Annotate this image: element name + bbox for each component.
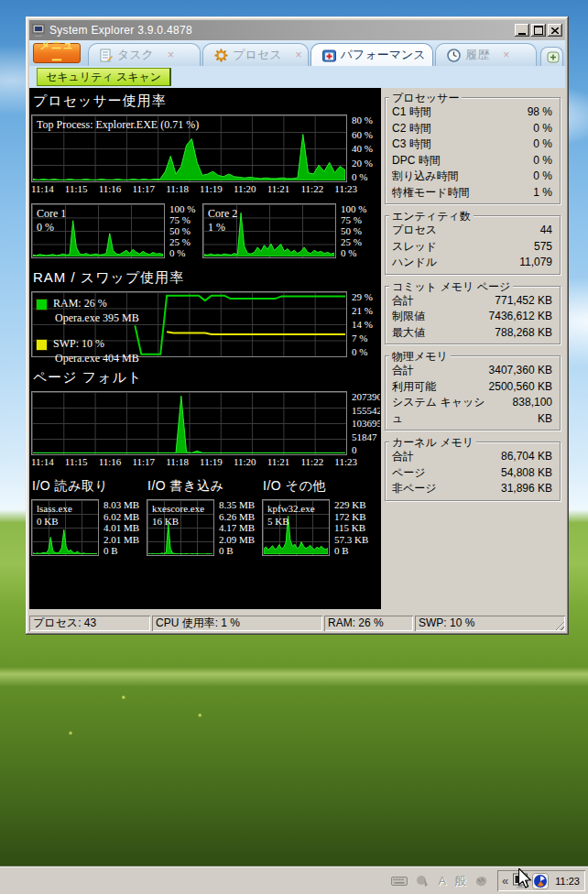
- tab-close-icon[interactable]: ×: [296, 49, 302, 60]
- stat-value: 54,808 KB: [501, 465, 552, 482]
- y-tick-label: 229 KB: [334, 499, 377, 510]
- system-explorer-window: System Explorer 3.9.0.4878 メニュー タスク × プロ…: [26, 16, 569, 635]
- stat-value: 1 %: [533, 185, 552, 202]
- minimize-button[interactable]: [515, 24, 529, 37]
- x-tick-label: 11:18: [166, 183, 189, 194]
- group-physical-memory: 物理メモリ 合計3407,360 KB利用可能2500,560 KBシステム キ…: [385, 355, 561, 431]
- ime-tool-icon[interactable]: [474, 875, 488, 888]
- y-tick-label: 14 %: [352, 319, 380, 330]
- y-tick-label: 75 %: [341, 214, 377, 225]
- tab-label: パフォーマンス: [341, 47, 426, 63]
- stat-label: C1 時間: [392, 104, 431, 121]
- stat-row: 合計771,452 KB: [386, 293, 560, 310]
- legend-entry: SWP: 10 %Opera.exe 404 MB: [36, 337, 139, 365]
- group-commit-memory: コミット メモリ ページ 合計771,452 KB制限値7436,612 KB最…: [385, 286, 561, 345]
- stat-row: C2 時間0 %: [386, 121, 560, 137]
- legend-line1: RAM: 26 %: [53, 297, 139, 311]
- io-other-label: kpfw32.exe5 KB: [267, 503, 315, 529]
- x-tick-label: 11:20: [234, 183, 256, 194]
- tab-close-icon[interactable]: ×: [503, 49, 509, 60]
- io-write-label: kxescore.exe16 KB: [152, 503, 204, 529]
- plus-icon: [547, 51, 560, 63]
- x-tick-label: 11:15: [65, 183, 88, 194]
- stat-value: 86,704 KB: [501, 449, 552, 465]
- x-tick-label: 11:15: [65, 456, 88, 467]
- core1-y-axis: 100 %75 %50 %25 %0 %: [165, 203, 202, 258]
- y-tick-label: 0 B: [103, 545, 147, 556]
- io-other-section: I/O その他 kpfw32.exe5 KB 229 KB172 KB115 K…: [262, 478, 377, 556]
- tab-close-icon[interactable]: ×: [168, 49, 174, 60]
- y-tick-label: 0: [352, 444, 380, 455]
- y-tick-label: 8.03 MB: [103, 499, 147, 510]
- pagefault-section-title: ページ フォルト: [33, 369, 381, 387]
- ime-conversion-mode[interactable]: 般: [454, 873, 466, 889]
- tab-label: 履歴: [465, 47, 489, 63]
- stat-value: 2500,560 KB: [489, 379, 552, 396]
- y-tick-label: 2.01 MB: [103, 534, 147, 545]
- y-tick-label: 21 %: [352, 305, 380, 316]
- keyboard-icon[interactable]: [391, 876, 408, 887]
- stat-label: 合計: [392, 293, 414, 310]
- stat-label: 合計: [392, 449, 414, 465]
- cpu-usage-chart: Top Process: Explorer.EXE (0.71 %): [31, 114, 347, 182]
- pagefault-chart: [31, 391, 347, 455]
- y-tick-label: 0 %: [352, 171, 380, 182]
- stat-row: 割り込み時間0 %: [386, 169, 560, 185]
- security-scan-button[interactable]: セキュリティ スキャン: [37, 68, 171, 86]
- x-tick-label: 11:19: [200, 456, 223, 467]
- ime-mode-letter[interactable]: A: [438, 874, 446, 888]
- stat-value: 838,100 KB: [495, 395, 552, 427]
- language-bar: A 般: [391, 873, 488, 889]
- stat-label: 特権モード時間: [392, 185, 470, 202]
- core2-chart: Core 21 %: [202, 203, 336, 258]
- ram-y-axis: 29 %21 %14 %7 %0 %: [347, 291, 380, 357]
- window-titlebar[interactable]: System Explorer 3.9.0.4878: [29, 20, 565, 40]
- y-tick-label: 60 %: [352, 129, 380, 140]
- x-tick-label: 11:23: [334, 456, 357, 467]
- menu-button[interactable]: メニュー: [33, 43, 81, 63]
- x-tick-label: 11:19: [200, 183, 223, 194]
- firewall-tray-icon[interactable]: [532, 873, 549, 889]
- tab-tasks[interactable]: タスク ×: [88, 43, 201, 66]
- clock-icon: [447, 49, 461, 62]
- io-read-label: lsass.exe0 KB: [37, 503, 72, 529]
- tray-chevron-icon[interactable]: «: [502, 875, 508, 887]
- tab-performance[interactable]: パフォーマンス ×: [310, 43, 433, 66]
- stat-row: スレッド575: [386, 239, 560, 256]
- status-bar: プロセス: 43 CPU 使用率: 1 % RAM: 26 % SWP: 10 …: [29, 609, 565, 631]
- stat-row: 合計86,704 KB: [386, 449, 560, 465]
- stat-label: DPC 時間: [392, 153, 441, 169]
- tab-processes[interactable]: プロセス ×: [202, 43, 308, 66]
- legend-swatch: [36, 339, 48, 351]
- stat-value: 98 %: [528, 104, 552, 121]
- io-write-title: I/O 書き込み: [147, 478, 262, 495]
- stat-label: 合計: [392, 363, 414, 379]
- group-title: プロセッサー: [389, 91, 462, 106]
- core-charts-row: Core 10 % 100 %75 %50 %25 %0 % Core 21 %…: [31, 203, 381, 258]
- ime-pen-icon[interactable]: [416, 875, 430, 888]
- x-tick-label: 11:20: [234, 456, 256, 467]
- y-tick-label: 51847: [352, 431, 380, 442]
- y-tick-label: 29 %: [352, 291, 380, 302]
- y-tick-label: 50 %: [169, 225, 202, 236]
- x-tick-label: 11:17: [132, 456, 155, 467]
- stat-label: C3 時間: [392, 136, 431, 153]
- x-tick-label: 11:22: [301, 183, 324, 194]
- pagefault-y-axis: 207390155542103695518470: [347, 391, 380, 455]
- stat-label: ページ: [392, 465, 426, 482]
- taskbar-clock[interactable]: 11:23: [555, 876, 580, 887]
- tab-history[interactable]: 履歴 ×: [435, 43, 537, 66]
- close-button[interactable]: [548, 24, 562, 37]
- add-tab-button[interactable]: [540, 47, 563, 66]
- stat-row: プロセス44: [386, 223, 560, 239]
- io-other-y-axis: 229 KB172 KB115 KB57.3 KB0 B: [330, 499, 377, 556]
- y-tick-label: 0 %: [352, 346, 380, 357]
- stat-label: スレッド: [392, 239, 437, 256]
- stat-row: 特権モード時間1 %: [386, 185, 560, 202]
- stat-value: 0 %: [533, 121, 552, 137]
- stat-row: ハンドル11,079: [386, 255, 560, 271]
- stat-row: ページ54,808 KB: [386, 465, 560, 482]
- maximize-button[interactable]: [531, 24, 546, 37]
- y-tick-label: 4.01 MB: [103, 522, 147, 533]
- legend-line1: SWP: 10 %: [53, 337, 139, 352]
